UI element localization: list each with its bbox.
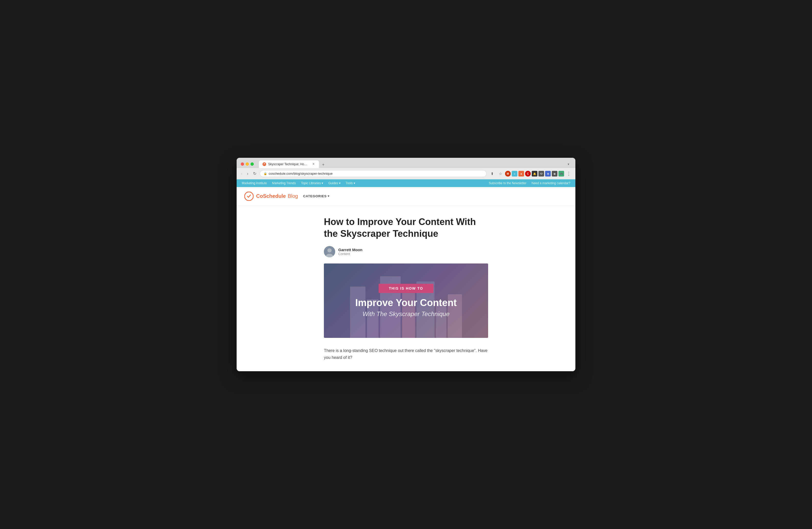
article-intro: There is a long-standing SEO technique o… [324,347,488,361]
back-button[interactable]: ‹ [240,171,244,177]
bookmark-icon[interactable]: ☆ [497,170,504,177]
nav-tools[interactable]: Tools ▾ [346,181,355,185]
ext-icon-8[interactable]: ⊞ [552,171,557,177]
browser-chrome: Skyscraper Technique: How to... ✕ + ▾ ‹ … [237,158,575,187]
article-container: How to Improve Your Content With the Sky… [316,206,496,371]
blog-header: CoSchedule Blog CATEGORIES [237,187,575,206]
nav-topic-libraries[interactable]: Topic Libraries ▾ [301,181,323,185]
ext-icon-9[interactable]: 🎮 [559,171,564,177]
title-bar: Skyscraper Technique: How to... ✕ + ▾ [237,158,575,168]
article-body: There is a long-standing SEO technique o… [324,347,488,361]
hero-sub-text: With The Skyscraper Technique [355,310,457,318]
page-content: CoSchedule Blog CATEGORIES How to Improv… [237,187,575,371]
toolbar-bar: ‹ › ↻ 🔒 coschedule.com/blog/skyscraper-t… [237,168,575,179]
nav-guides[interactable]: Guides ▾ [328,181,340,185]
nav-marketing-institute[interactable]: Marketing Institute [242,181,267,185]
logo-brand: CoSchedule [256,193,286,199]
svg-point-21 [328,248,332,252]
close-button[interactable] [241,162,244,166]
svg-text:C: C [527,172,529,175]
menu-icon[interactable]: ⋮ [565,170,572,177]
share-icon[interactable]: ⬆ [489,170,496,177]
tab-bar: Skyscraper Technique: How to... ✕ + [259,160,563,168]
svg-text:🎮: 🎮 [560,172,563,175]
forward-button[interactable]: › [246,171,249,177]
author-name: Garrett Moon [338,248,362,252]
toolbar-actions: ⬆ ☆ M ≡ a C 🔔 🛡 [489,170,572,177]
lock-icon: 🔒 [264,172,267,175]
ext-icon-1[interactable]: M [505,171,511,177]
reload-button[interactable]: ↻ [252,171,258,177]
svg-text:🛡: 🛡 [540,173,542,175]
author-info: Garrett Moon Content [324,246,488,257]
browser-window: Skyscraper Technique: How to... ✕ + ▾ ‹ … [237,158,575,371]
logo-text: CoSchedule Blog [256,193,298,199]
ext-icon-3[interactable]: a [518,171,524,177]
ext-icon-2[interactable]: ≡ [512,171,517,177]
active-tab[interactable]: Skyscraper Technique: How to... ✕ [259,160,319,168]
new-tab-button[interactable]: + [320,161,327,168]
svg-text:a: a [520,172,522,175]
svg-text:≡: ≡ [514,173,515,175]
svg-point-0 [263,162,266,166]
article-title: How to Improve Your Content With the Sky… [324,216,488,240]
svg-text:⊞: ⊞ [554,173,556,175]
logo-suffix: Blog [286,193,298,199]
ext-icon-7[interactable]: ⎘ [545,171,551,177]
ext-icon-5[interactable]: 🔔 [532,171,537,177]
logo-area: CoSchedule Blog [244,192,298,201]
svg-text:M: M [507,172,509,175]
author-details: Garrett Moon Content [338,248,362,256]
tab-title: Skyscraper Technique: How to... [268,162,309,166]
hero-main-text: Improve Your Content [355,297,457,309]
site-top-nav: Marketing Institute Marketing Trends Top… [237,179,575,187]
hero-text-area: THIS IS HOW TO Improve Your Content With… [355,284,457,318]
tab-favicon [263,162,266,166]
site-nav-right: Subscribe to the Newsletter Need a marke… [489,181,570,185]
svg-text:🔔: 🔔 [533,172,536,175]
hero-label: THIS IS HOW TO [379,284,433,293]
coschedule-logo-icon [244,192,253,201]
maximize-button[interactable] [250,162,254,166]
ext-icon-4[interactable]: C [525,171,531,177]
tab-close-icon[interactable]: ✕ [311,162,315,166]
ext-icon-6[interactable]: 🛡 [538,171,544,177]
hero-image: THIS IS HOW TO Improve Your Content With… [324,263,488,338]
minimize-button[interactable] [246,162,249,166]
author-category: Content [338,252,362,256]
categories-button[interactable]: CATEGORIES [303,194,329,198]
traffic-lights [241,162,254,166]
nav-subscribe[interactable]: Subscribe to the Newsletter [489,181,526,185]
url-text: coschedule.com/blog/skyscraper-technique [269,172,333,175]
author-avatar [324,246,335,257]
address-bar[interactable]: 🔒 coschedule.com/blog/skyscraper-techniq… [260,170,487,177]
nav-marketing-trends[interactable]: Marketing Trends [272,181,296,185]
nav-marketing-calendar[interactable]: Need a marketing calendar? [532,181,570,185]
site-nav-left: Marketing Institute Marketing Trends Top… [242,181,355,185]
